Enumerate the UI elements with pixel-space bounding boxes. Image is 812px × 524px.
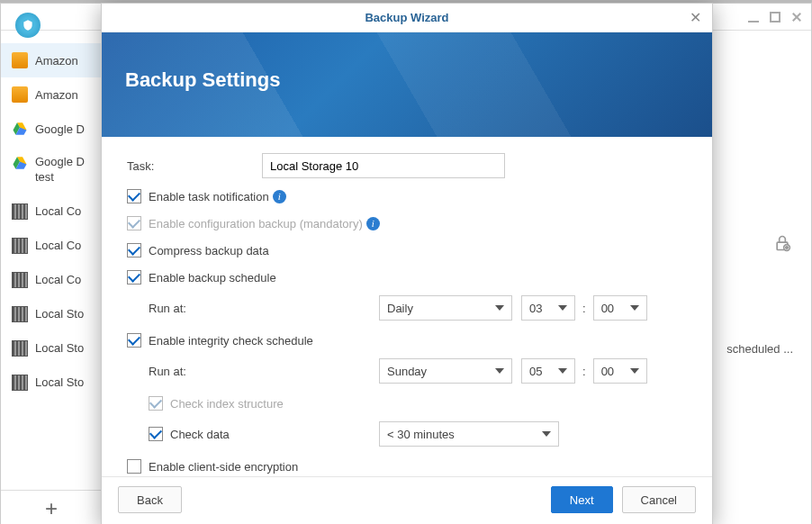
sidebar-item-label: Local Sto bbox=[35, 375, 84, 389]
runat-label: Run at: bbox=[127, 365, 379, 378]
scheduled-text: scheduled ... bbox=[726, 342, 793, 356]
task-label: Task: bbox=[127, 159, 262, 173]
modal-title: Backup Wizard bbox=[365, 11, 448, 24]
enable-integrity-label: Enable integrity check schedule bbox=[149, 334, 313, 348]
sidebar-item-label: Amazon bbox=[35, 88, 78, 102]
minimize-icon[interactable] bbox=[748, 12, 759, 23]
enable-task-notification-row: Enable task notification i bbox=[127, 187, 687, 205]
enable-backup-schedule-checkbox[interactable] bbox=[127, 270, 141, 285]
compress-backup-row: Compress backup data bbox=[127, 241, 687, 259]
task-name-input[interactable] bbox=[262, 153, 505, 178]
check-index-label: Check index structure bbox=[170, 397, 284, 411]
sidebar-item-local-5[interactable]: Local Sto bbox=[1, 331, 102, 366]
sidebar-item-amazon-2[interactable]: Amazon bbox=[1, 77, 102, 112]
sidebar-item-label: Local Sto bbox=[35, 341, 84, 355]
aws-icon bbox=[12, 52, 28, 68]
integrity-minute-select[interactable]: 00 bbox=[593, 358, 647, 384]
local-storage-icon bbox=[12, 272, 28, 288]
integrity-runat-row: Run at: Sunday 05 : 00 bbox=[127, 358, 687, 384]
modal-titlebar: Backup Wizard ✕ bbox=[102, 4, 712, 32]
app-logo-icon bbox=[15, 13, 41, 38]
sidebar-item-label: Local Co bbox=[35, 273, 81, 286]
sidebar-item-label: Local Co bbox=[35, 239, 81, 252]
time-colon: : bbox=[575, 302, 593, 315]
sidebar-item-google-2[interactable]: Google Dtest bbox=[1, 146, 102, 194]
backup-minute-select[interactable]: 00 bbox=[593, 295, 647, 321]
check-data-checkbox[interactable] bbox=[149, 427, 163, 441]
sidebar-item-local-4[interactable]: Local Sto bbox=[1, 297, 102, 331]
time-colon: : bbox=[575, 365, 593, 378]
sidebar-item-label: Google Dtest bbox=[35, 155, 85, 185]
cancel-button[interactable]: Cancel bbox=[622, 486, 696, 513]
modal-body: Task: Enable task notification i Enable … bbox=[102, 137, 712, 488]
backup-wizard-modal: Backup Wizard ✕ Backup Settings Task: En… bbox=[101, 3, 713, 524]
check-index-checkbox bbox=[149, 396, 163, 411]
compress-backup-label: Compress backup data bbox=[149, 244, 269, 257]
enable-config-backup-label: Enable configuration backup (mandatory) bbox=[149, 217, 363, 230]
modal-footer: Back Next Cancel bbox=[102, 476, 712, 524]
enable-integrity-checkbox[interactable] bbox=[127, 333, 141, 348]
plus-icon: + bbox=[45, 496, 58, 521]
sidebar-item-label: Local Co bbox=[35, 204, 81, 218]
back-button[interactable]: Back bbox=[118, 486, 182, 513]
page-title: Backup Settings bbox=[102, 32, 712, 92]
compress-backup-checkbox[interactable] bbox=[127, 243, 141, 257]
check-index-row: Check index structure bbox=[127, 394, 687, 412]
sidebar-item-local-1[interactable]: Local Co bbox=[1, 194, 102, 229]
check-data-row: Check data < 30 minutes bbox=[127, 421, 687, 447]
svg-point-8 bbox=[786, 247, 789, 249]
sidebar-item-local-2[interactable]: Local Co bbox=[1, 229, 102, 263]
local-storage-icon bbox=[12, 203, 28, 220]
add-task-button[interactable]: + bbox=[1, 490, 102, 524]
lock-icon[interactable] bbox=[773, 234, 791, 257]
enable-config-backup-checkbox bbox=[127, 216, 141, 230]
modal-header: Backup Settings bbox=[102, 32, 712, 137]
sidebar-item-amazon-1[interactable]: Amazon bbox=[1, 43, 102, 77]
check-data-duration-select[interactable]: < 30 minutes bbox=[379, 421, 559, 447]
sidebar-item-google-1[interactable]: Google D bbox=[1, 112, 102, 146]
task-sidebar: Amazon Amazon Google D Google Dtest Loca… bbox=[1, 43, 102, 490]
enable-task-notification-checkbox[interactable] bbox=[127, 189, 141, 203]
enable-encryption-row: Enable client-side encryption bbox=[127, 457, 687, 475]
enable-encryption-label: Enable client-side encryption bbox=[149, 460, 298, 474]
info-icon[interactable]: i bbox=[273, 190, 286, 203]
backup-hour-select[interactable]: 03 bbox=[521, 295, 575, 321]
sidebar-item-label: Google D bbox=[35, 122, 85, 136]
task-row: Task: bbox=[127, 153, 687, 178]
enable-integrity-row: Enable integrity check schedule bbox=[127, 331, 687, 349]
close-icon[interactable] bbox=[791, 12, 802, 23]
runat-label: Run at: bbox=[127, 302, 379, 315]
gdrive-icon bbox=[12, 121, 28, 137]
desktop: Amazon Amazon Google D Google Dtest Loca… bbox=[0, 0, 812, 524]
enable-backup-schedule-row: Enable backup schedule bbox=[127, 268, 687, 286]
local-storage-icon bbox=[12, 375, 28, 391]
next-button[interactable]: Next bbox=[551, 486, 613, 513]
gdrive-icon bbox=[12, 155, 28, 171]
sidebar-item-local-6[interactable]: Local Sto bbox=[1, 366, 102, 400]
maximize-icon[interactable] bbox=[770, 12, 780, 23]
integrity-hour-select[interactable]: 05 bbox=[521, 358, 575, 384]
local-storage-icon bbox=[12, 340, 28, 357]
sidebar-item-label: Amazon bbox=[35, 54, 78, 68]
aws-icon bbox=[12, 86, 28, 103]
check-data-label: Check data bbox=[170, 428, 230, 441]
enable-config-backup-row: Enable configuration backup (mandatory) … bbox=[127, 214, 687, 232]
enable-task-notification-label: Enable task notification bbox=[149, 190, 269, 203]
modal-close-button[interactable]: ✕ bbox=[690, 9, 701, 26]
integrity-frequency-select[interactable]: Sunday bbox=[379, 358, 512, 384]
enable-backup-schedule-label: Enable backup schedule bbox=[149, 271, 276, 285]
local-storage-icon bbox=[12, 306, 28, 322]
local-storage-icon bbox=[12, 238, 28, 254]
sidebar-item-local-3[interactable]: Local Co bbox=[1, 263, 102, 297]
backup-schedule-runat-row: Run at: Daily 03 : 00 bbox=[127, 295, 687, 321]
backup-frequency-select[interactable]: Daily bbox=[379, 295, 512, 321]
info-icon[interactable]: i bbox=[366, 217, 380, 230]
sidebar-item-label: Local Sto bbox=[35, 307, 84, 321]
enable-encryption-checkbox[interactable] bbox=[127, 459, 141, 474]
